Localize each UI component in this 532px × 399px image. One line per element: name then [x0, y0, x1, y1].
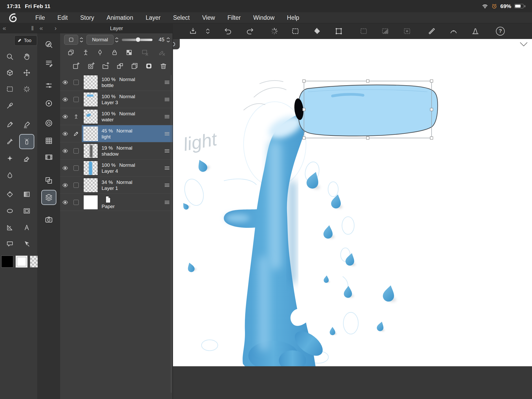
- pen-tool-icon[interactable]: [4, 118, 16, 131]
- layer-row[interactable]: 34 % Normal Layer 1: [60, 177, 172, 194]
- layer-thumbnail[interactable]: [83, 127, 98, 141]
- menu-item-select[interactable]: Select: [173, 14, 190, 21]
- layer-row-content[interactable]: 100 % Normal Layer 3: [82, 91, 172, 108]
- layer-scrollbar[interactable]: [171, 75, 172, 393]
- menu-item-animation[interactable]: Animation: [107, 14, 133, 21]
- select-checkbox[interactable]: [74, 148, 79, 154]
- brush-tool-icon[interactable]: [4, 135, 16, 148]
- visibility-eye-icon[interactable]: [60, 125, 70, 142]
- snap-grid-icon[interactable]: [469, 25, 481, 37]
- clip-studio-logo-icon[interactable]: [8, 12, 18, 23]
- lock-layer-icon[interactable]: [109, 47, 120, 58]
- new-vector-layer-icon[interactable]: [86, 61, 96, 71]
- layer-row[interactable]: 45 % Normal light: [60, 125, 172, 142]
- blend-mode-stepper[interactable]: [114, 35, 119, 45]
- color-wheel-icon[interactable]: [43, 117, 55, 129]
- sub-color-swatch[interactable]: [16, 256, 28, 268]
- frame-border-tool-icon[interactable]: [21, 205, 33, 217]
- selection-pen-tool-icon[interactable]: [21, 238, 33, 250]
- drawing-canvas[interactable]: light: [173, 39, 532, 366]
- opacity-stepper[interactable]: [165, 35, 171, 45]
- decoration-tool-icon[interactable]: [4, 152, 16, 165]
- layer-grip-icon[interactable]: [165, 201, 169, 204]
- menu-item-filter[interactable]: Filter: [228, 14, 241, 21]
- visibility-eye-icon[interactable]: [60, 108, 70, 125]
- help-icon[interactable]: ?: [494, 25, 506, 37]
- zoom-tool-icon[interactable]: [4, 50, 16, 63]
- palette-splitter-icon[interactable]: ‖: [31, 24, 34, 33]
- object-tool-icon[interactable]: [4, 66, 16, 79]
- ruler-tool-icon[interactable]: [4, 221, 16, 234]
- timeline-icon[interactable]: [43, 151, 55, 163]
- hidden-panel-tab[interactable]: [173, 39, 180, 49]
- select-checkbox[interactable]: [74, 97, 79, 102]
- airbrush-tool-icon[interactable]: [19, 134, 34, 149]
- select-checkbox[interactable]: [74, 80, 79, 85]
- layer-thumbnail[interactable]: [83, 92, 98, 107]
- visibility-eye-icon[interactable]: [60, 177, 70, 194]
- marker-tool-icon[interactable]: [21, 118, 33, 131]
- menu-item-edit[interactable]: Edit: [57, 14, 68, 21]
- visibility-eye-icon[interactable]: [60, 194, 70, 211]
- new-folder-icon[interactable]: [100, 61, 111, 71]
- balloon-tool-icon[interactable]: [4, 238, 16, 250]
- marquee-tool-icon[interactable]: [4, 83, 16, 95]
- lock-alpha-icon[interactable]: [124, 47, 134, 58]
- menu-item-layer[interactable]: Layer: [146, 14, 161, 21]
- duplicate-layer-icon[interactable]: [129, 61, 140, 71]
- layer-row-content[interactable]: 34 % Normal Layer 1: [82, 177, 172, 194]
- layer-row-content[interactable]: 45 % Normal light: [82, 125, 172, 142]
- select-checkbox[interactable]: [74, 200, 79, 205]
- auto-select-tool-icon[interactable]: [21, 83, 33, 95]
- collapse-subpalette-icon[interactable]: «: [39, 24, 43, 33]
- brush-size-icon[interactable]: [43, 97, 55, 110]
- layer-grip-icon[interactable]: [165, 132, 169, 135]
- text-tool-icon[interactable]: [21, 221, 33, 234]
- quick-access-icon[interactable]: [43, 38, 55, 51]
- transfer-layer-icon[interactable]: [115, 61, 125, 71]
- sub-tool-icon[interactable]: [43, 57, 55, 69]
- layer-row[interactable]: 100 % Normal bottle: [60, 74, 172, 91]
- navigator-icon[interactable]: [43, 214, 55, 226]
- redo-icon[interactable]: [244, 25, 256, 37]
- move-tool-icon[interactable]: [21, 66, 33, 79]
- gradient-tool-icon[interactable]: [21, 188, 33, 201]
- layer-thumbnail[interactable]: [83, 109, 98, 124]
- layer-row-content[interactable]: 100 % Normal bottle: [82, 74, 172, 91]
- export-icon[interactable]: [187, 25, 199, 37]
- layer-row-content[interactable]: 19 % Normal shadow: [82, 142, 172, 159]
- collapse-palette-icon[interactable]: «: [3, 24, 6, 33]
- visibility-eye-icon[interactable]: [60, 91, 70, 108]
- main-color-swatch[interactable]: [1, 256, 13, 268]
- menu-item-story[interactable]: Story: [80, 14, 94, 21]
- layer-grip-icon[interactable]: [165, 81, 169, 84]
- blend-tool-icon[interactable]: [4, 169, 16, 182]
- layer-row-content[interactable]: Paper: [82, 194, 172, 211]
- menu-item-file[interactable]: File: [35, 14, 45, 21]
- select-checkbox[interactable]: [74, 165, 79, 171]
- select-checkbox[interactable]: [74, 183, 79, 188]
- layer-row-content[interactable]: 100 % Normal water: [82, 108, 172, 125]
- eyedropper-tool-icon[interactable]: [4, 99, 16, 112]
- snap-special-ruler-icon[interactable]: [448, 25, 460, 37]
- layer-grip-icon[interactable]: [165, 149, 169, 152]
- layer-thumbnail[interactable]: [83, 195, 98, 210]
- transform-icon[interactable]: [333, 25, 345, 37]
- fill-command-icon[interactable]: [311, 25, 323, 37]
- layer-type-combo[interactable]: [64, 35, 78, 45]
- layer-thumbnail[interactable]: [83, 75, 98, 90]
- layer-palette-icon[interactable]: [41, 190, 56, 205]
- delete-layer-icon[interactable]: [158, 61, 169, 71]
- record-cel-icon[interactable]: [144, 61, 154, 71]
- opacity-slider[interactable]: [122, 35, 152, 45]
- layer-thumbnail[interactable]: [83, 178, 98, 192]
- undo-icon[interactable]: [222, 25, 234, 37]
- layer-thumbnail[interactable]: [83, 144, 98, 158]
- color-set-icon[interactable]: [43, 135, 55, 147]
- layer-thumbnail[interactable]: [83, 161, 98, 175]
- layer-row[interactable]: 100 % Normal Layer 3: [60, 91, 172, 108]
- fill-tool-icon[interactable]: [4, 188, 16, 201]
- pin-opacity-icon[interactable]: [95, 47, 105, 58]
- menu-item-help[interactable]: Help: [287, 14, 299, 21]
- layer-row[interactable]: 100 % Normal water: [60, 108, 172, 125]
